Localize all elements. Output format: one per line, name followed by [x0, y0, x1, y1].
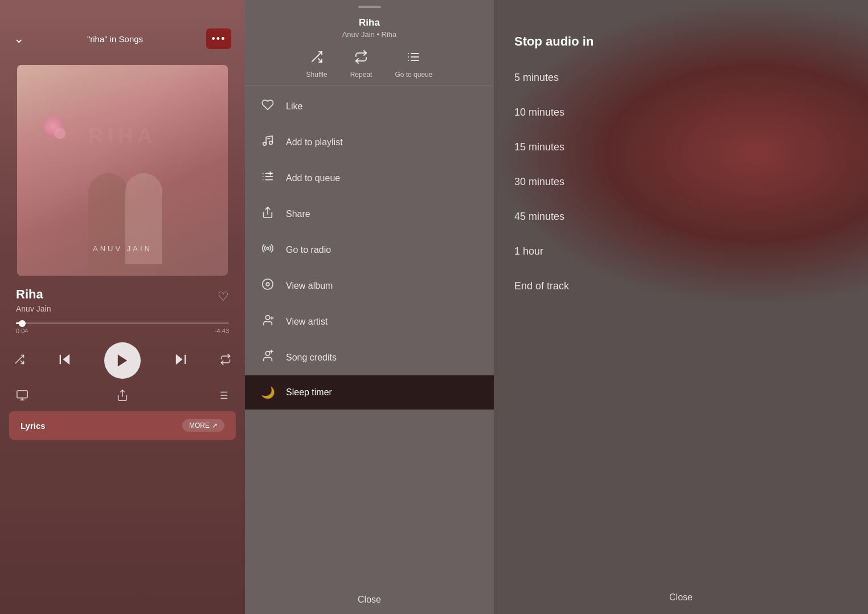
menu-item-credits-label: Song credits: [286, 353, 337, 363]
sleep-item-15min[interactable]: 15 minutes: [494, 130, 868, 165]
lyrics-label: Lyrics: [21, 421, 46, 431]
menu-action-shuffle-label: Shuffle: [306, 71, 327, 79]
sleep-item-30min[interactable]: 30 minutes: [494, 165, 868, 199]
sleep-item-end-track[interactable]: End of track: [494, 269, 868, 304]
radio-icon: [261, 242, 275, 257]
svg-marker-5: [175, 354, 182, 365]
progress-track[interactable]: [16, 322, 229, 324]
like-icon[interactable]: ♡: [218, 289, 229, 304]
sleep-item-1hour[interactable]: 1 hour: [494, 234, 868, 269]
menu-action-shuffle[interactable]: Shuffle: [306, 50, 327, 79]
menu-action-repeat[interactable]: Repeat: [350, 50, 372, 79]
svg-marker-4: [118, 355, 127, 367]
menu-item-view-album[interactable]: View album: [245, 268, 494, 304]
menu-action-queue-label: Go to queue: [395, 71, 432, 79]
menu-actions-row: Shuffle Repeat Go to queue: [306, 50, 433, 79]
menu-queue-icon: [407, 50, 420, 67]
search-context-label: "riha" in Songs: [87, 34, 143, 44]
svg-point-38: [263, 279, 273, 289]
menu-item-queue-label: Add to queue: [286, 173, 340, 183]
drag-handle: [358, 6, 381, 8]
next-icon[interactable]: [173, 351, 189, 370]
chevron-down-icon[interactable]: ⌄: [14, 31, 24, 46]
lyrics-more-button[interactable]: MORE ↗: [182, 419, 224, 432]
menu-shuffle-icon: [310, 50, 324, 67]
playlist-add-icon: [261, 134, 275, 150]
menu-song-subtitle: Anuv Jain • Riha: [342, 30, 397, 39]
svg-point-26: [269, 141, 273, 145]
svg-marker-2: [63, 354, 69, 365]
menu-item-like[interactable]: Like: [245, 88, 494, 124]
sleep-timer-list: 5 minutes 10 minutes 15 minutes 30 minut…: [494, 60, 868, 581]
credits-icon: [261, 350, 275, 365]
progress-thumb[interactable]: [19, 320, 26, 327]
menu-list: Like Add to playlist: [245, 88, 494, 586]
progress-current: 0:04: [16, 328, 28, 334]
queue-icon-bottom[interactable]: [216, 389, 229, 404]
svg-point-37: [267, 247, 269, 249]
share-icon: [261, 206, 275, 222]
sleep-timer-panel: Stop audio in 5 minutes 10 minutes 15 mi…: [494, 0, 868, 614]
play-button[interactable]: [104, 342, 141, 379]
menu-item-sleep-timer[interactable]: 🌙 Sleep timer: [245, 375, 494, 410]
player-top-bar: ⌄ "riha" in Songs •••: [0, 0, 245, 58]
menu-action-repeat-label: Repeat: [350, 71, 372, 79]
player-song-artist: Anuv Jain: [16, 304, 51, 313]
album-artist-art: ANUV JAIN: [93, 244, 152, 253]
progress-remaining: -4:43: [215, 328, 229, 334]
player-controls: [0, 337, 245, 384]
sleep-item-5min[interactable]: 5 minutes: [494, 60, 868, 95]
connect-device-icon[interactable]: [16, 389, 28, 404]
menu-divider: [245, 85, 494, 86]
menu-item-sleep-label: Sleep timer: [286, 387, 332, 398]
menu-item-radio-label: Go to radio: [286, 245, 331, 255]
svg-point-25: [263, 142, 267, 146]
menu-song-title: Riha: [359, 17, 380, 28]
menu-action-queue[interactable]: Go to queue: [395, 50, 432, 79]
menu-item-share-label: Share: [286, 209, 310, 219]
sleep-item-45min[interactable]: 45 minutes: [494, 199, 868, 234]
artist-icon: [261, 314, 275, 329]
menu-close-button[interactable]: Close: [245, 586, 494, 614]
queue-add-icon: [261, 170, 275, 186]
sleep-timer-title: Stop audio in: [494, 0, 868, 60]
sleep-timer-content: Stop audio in 5 minutes 10 minutes 15 mi…: [494, 0, 868, 614]
repeat-icon[interactable]: [220, 354, 231, 367]
player-info: Riha Anuv Jain ♡: [0, 287, 245, 313]
album-icon: [261, 278, 275, 293]
menu-item-artist-label: View artist: [286, 317, 328, 327]
svg-point-39: [266, 283, 269, 286]
heart-icon: [261, 99, 275, 114]
moon-icon: 🌙: [261, 386, 275, 399]
previous-icon[interactable]: [57, 351, 73, 370]
menu-item-add-queue[interactable]: Add to queue: [245, 160, 494, 196]
music-player-panel: ⌄ "riha" in Songs ••• RIHA ANUV JAIN Rih…: [0, 0, 245, 614]
svg-point-43: [265, 351, 269, 355]
progress-times: 0:04 -4:43: [16, 328, 229, 334]
menu-item-share[interactable]: Share: [245, 196, 494, 232]
menu-item-radio[interactable]: Go to radio: [245, 232, 494, 268]
shuffle-icon[interactable]: [14, 354, 25, 367]
svg-rect-7: [17, 391, 27, 398]
player-bottom-bar: [0, 384, 245, 411]
menu-item-album-label: View album: [286, 281, 333, 291]
context-menu-panel: Riha Anuv Jain • Riha Shuffle Repeat: [245, 0, 494, 614]
progress-bar-container[interactable]: 0:04 -4:43: [0, 313, 245, 337]
sleep-close-button[interactable]: Close: [494, 581, 868, 614]
progress-fill: [16, 322, 22, 324]
menu-item-view-artist[interactable]: View artist: [245, 304, 494, 339]
menu-item-like-label: Like: [286, 101, 302, 112]
more-options-button[interactable]: •••: [206, 28, 231, 49]
menu-repeat-icon: [354, 50, 368, 67]
svg-point-40: [265, 316, 269, 320]
lyrics-bar[interactable]: Lyrics MORE ↗: [9, 411, 236, 440]
sleep-item-10min[interactable]: 10 minutes: [494, 95, 868, 130]
menu-item-add-playlist[interactable]: Add to playlist: [245, 124, 494, 160]
album-art: RIHA ANUV JAIN: [17, 65, 228, 276]
share-icon-bottom[interactable]: [116, 389, 129, 404]
menu-item-song-credits[interactable]: Song credits: [245, 339, 494, 375]
menu-item-playlist-label: Add to playlist: [286, 137, 343, 148]
player-song-title: Riha: [16, 287, 51, 302]
